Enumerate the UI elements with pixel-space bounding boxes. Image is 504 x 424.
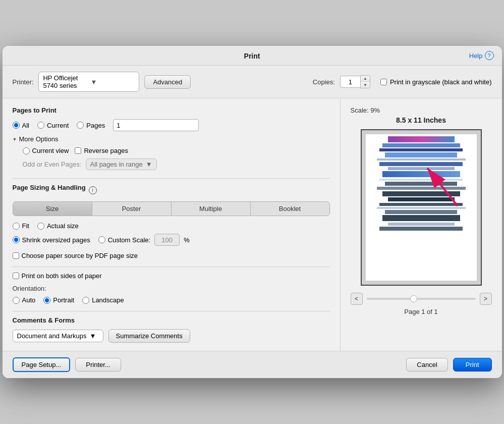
sizing-row-2: Shrink oversized pages Custom Scale: % (13, 234, 330, 246)
grayscale-checkbox[interactable] (380, 79, 387, 85)
actual-size-radio[interactable] (37, 223, 44, 230)
pages-range-input[interactable] (113, 119, 199, 131)
tab-booklet[interactable]: Booklet (251, 202, 329, 216)
copies-input: ▲ ▼ (340, 75, 370, 88)
page-slider[interactable] (367, 298, 476, 300)
odd-even-value: All pages in range (90, 161, 143, 168)
divider-2 (13, 267, 330, 267)
preview-container (361, 129, 482, 286)
cancel-button[interactable]: Cancel (406, 358, 447, 372)
orientation-title: Orientation: (13, 285, 46, 292)
sub-options: Current view Reverse pages (23, 147, 330, 154)
pages-label: Pages (86, 122, 105, 129)
sizing-section-title: Page Sizing & Handling (13, 184, 86, 191)
orientation-row: Auto Portrait Landscape (13, 296, 330, 304)
sizing-row-1: Fit Actual size (13, 222, 330, 230)
current-view-radio[interactable] (23, 147, 30, 154)
more-options-label: More Options (19, 135, 58, 143)
current-radio[interactable] (37, 122, 44, 129)
fit-radio-item[interactable]: Fit (13, 222, 29, 230)
custom-scale-radio[interactable] (98, 236, 105, 243)
divider-3 (13, 311, 330, 311)
actual-size-radio-item[interactable]: Actual size (37, 222, 79, 230)
paper-size-label: 8.5 x 11 Inches (396, 116, 446, 124)
copies-increment[interactable]: ▲ (361, 76, 370, 82)
pdf-source-checkbox[interactable] (13, 252, 19, 259)
print-both-row: Print on both sides of paper (13, 272, 330, 280)
top-section: Printer: HP Officejet 5740 series ▼ Adva… (3, 66, 502, 98)
copies-number-field[interactable] (340, 76, 360, 88)
sizing-tab-row: Size Poster Multiple Booklet (13, 201, 330, 216)
portrait-radio[interactable] (43, 297, 50, 304)
custom-scale-label: Custom Scale: (108, 236, 151, 244)
fit-radio[interactable] (13, 223, 20, 230)
copies-row: Copies: ▲ ▼ (313, 75, 370, 88)
tab-multiple[interactable]: Multiple (172, 202, 251, 216)
all-radio-item[interactable]: All (13, 122, 29, 129)
all-label: All (22, 122, 29, 129)
odd-even-select[interactable]: All pages in range ▼ (86, 158, 157, 170)
grayscale-label: Print in grayscale (black and white) (390, 78, 492, 86)
portrait-label: Portrait (53, 296, 74, 304)
sizing-title-row: Page Sizing & Handling i (13, 184, 330, 196)
landscape-radio[interactable] (82, 297, 89, 304)
right-panel: Scale: 9% 8.5 x 11 Inches (341, 98, 502, 351)
portrait-orientation-item[interactable]: Portrait (43, 296, 74, 304)
pages-radio-row: All Current Pages (13, 119, 330, 131)
scale-text: Scale: 9% (351, 107, 380, 114)
print-both-sides-label: Print on both sides of paper (22, 272, 102, 280)
bottom-bar: Page Setup... Printer... Cancel Print (3, 351, 502, 378)
preview-page (366, 134, 477, 281)
page-info: Page 1 of 1 (404, 308, 438, 315)
tab-poster[interactable]: Poster (92, 202, 172, 216)
shrink-radio[interactable] (13, 236, 20, 243)
slider-thumb[interactable] (410, 295, 417, 302)
printer-value: HP Officejet 5740 series (43, 74, 87, 89)
custom-scale-input[interactable] (154, 234, 180, 246)
current-view-radio-item[interactable]: Current view (23, 147, 69, 154)
help-link[interactable]: Help (469, 52, 483, 60)
title-bar: Print Help ? (3, 46, 502, 66)
current-radio-item[interactable]: Current (37, 122, 69, 129)
help-icon[interactable]: ? (485, 51, 494, 60)
grayscale-row: Print in grayscale (black and white) (380, 78, 492, 86)
advanced-button[interactable]: Advanced (144, 75, 191, 89)
more-options-row[interactable]: ▼ More Options (13, 135, 330, 143)
print-both-sides-checkbox[interactable] (13, 273, 19, 279)
reverse-pages-checkbox[interactable] (75, 147, 81, 154)
summarize-button[interactable]: Summarize Comments (108, 329, 190, 343)
all-radio[interactable] (13, 122, 20, 129)
pages-to-print-section: Pages to Print All Current Pages (13, 107, 330, 170)
pages-radio-item[interactable]: Pages (77, 122, 105, 129)
print-button[interactable]: Print (453, 358, 492, 372)
nav-next-button[interactable]: > (480, 293, 492, 305)
left-panel: Pages to Print All Current Pages (3, 98, 341, 351)
shrink-label: Shrink oversized pages (22, 236, 90, 244)
info-icon[interactable]: i (89, 186, 97, 194)
comments-arrow: ▼ (90, 332, 96, 340)
sub-options-row: Current view Reverse pages (23, 147, 330, 154)
percent-sign: % (184, 236, 190, 244)
current-label: Current (47, 122, 69, 129)
auto-radio[interactable] (13, 297, 20, 304)
printer-label: Printer: (13, 78, 34, 86)
printer-select[interactable]: HP Officejet 5740 series ▼ (38, 72, 139, 92)
odd-even-arrow: ▼ (146, 161, 152, 168)
shrink-radio-item[interactable]: Shrink oversized pages (13, 236, 90, 244)
reverse-pages-checkbox-item[interactable]: Reverse pages (75, 147, 128, 154)
sizing-options: Fit Actual size Shrink oversized pages (13, 222, 330, 259)
custom-scale-radio-item[interactable]: Custom Scale: (98, 236, 151, 244)
landscape-orientation-item[interactable]: Landscape (82, 296, 124, 304)
custom-scale-row: Custom Scale: % (98, 234, 190, 246)
page-setup-button[interactable]: Page Setup... (13, 357, 71, 372)
pages-radio[interactable] (77, 122, 84, 129)
comments-select[interactable]: Document and Markups ▼ (13, 330, 103, 342)
nav-prev-button[interactable]: < (351, 293, 363, 305)
tab-size[interactable]: Size (13, 202, 92, 216)
printer-dots-button[interactable]: Printer... (75, 358, 121, 372)
fit-label: Fit (22, 222, 29, 230)
printer-dropdown-arrow: ▼ (90, 78, 135, 86)
copies-decrement[interactable]: ▼ (361, 82, 370, 88)
auto-orientation-item[interactable]: Auto (13, 296, 36, 304)
pdf-source-label: Choose paper source by PDF page size (22, 252, 138, 259)
